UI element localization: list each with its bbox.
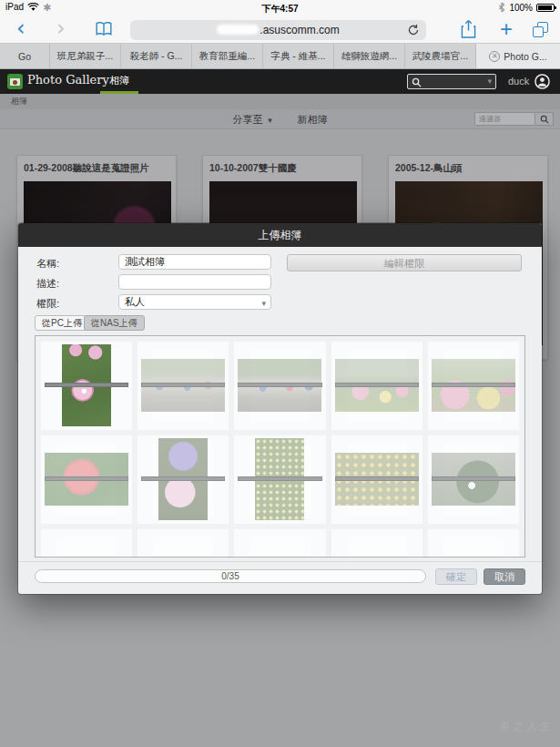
share-icon[interactable] <box>461 19 476 39</box>
battery-percent: 100% <box>509 3 533 13</box>
app-title: Photo Gallery <box>27 73 109 87</box>
tab-1[interactable]: 班尼弟親子... <box>50 44 121 68</box>
reload-icon[interactable] <box>407 24 420 36</box>
nav-tab-albums[interactable]: 相簿 <box>100 69 138 94</box>
url-text: .asuscomm.com <box>260 24 339 36</box>
cancel-button[interactable]: 取消 <box>484 568 525 585</box>
thumb-progress-bar <box>335 383 419 387</box>
permission-select[interactable]: 私人 ▾ <box>118 294 271 310</box>
description-label: 描述: <box>36 277 109 291</box>
flower-garden-photo[interactable] <box>331 342 423 430</box>
status-time: 下午4:57 <box>0 3 560 15</box>
upload-from-nas-button[interactable]: 從NAS上傳 <box>84 315 145 331</box>
forward-button[interactable]: › <box>56 16 66 40</box>
pink-cosmos-photo[interactable] <box>41 342 132 430</box>
new-tab-button[interactable]: + <box>500 16 513 42</box>
tab-5[interactable]: 雄獅旅遊網... <box>334 44 405 68</box>
thumb-progress-bar <box>432 476 515 481</box>
username-label: duck <box>508 76 529 87</box>
app-header: Photo Gallery 相簿 ▾ duck <box>0 69 560 94</box>
search-icon <box>412 77 422 87</box>
close-tab-icon[interactable]: ✕ <box>489 51 500 62</box>
red-building-photo-3[interactable] <box>234 529 325 558</box>
thumb-progress-bar <box>141 383 225 387</box>
tab-3[interactable]: 教育部重編... <box>192 44 263 68</box>
edit-permission-button[interactable]: 編輯權限 <box>287 254 522 271</box>
select-caret-icon: ▾ <box>261 297 266 311</box>
red-building-photo-1[interactable] <box>41 529 132 558</box>
tab-6[interactable]: 武陵農場官... <box>405 44 476 68</box>
bluetooth-icon <box>498 2 505 13</box>
thumb-progress-bar <box>45 476 128 481</box>
tab-0[interactable]: Go <box>0 44 50 68</box>
ios-status-bar: iPad ✱ 下午4:57 100% <box>0 0 560 16</box>
thumb-progress-bar <box>335 476 419 481</box>
tab-2[interactable]: 殺老師 - G... <box>121 44 192 68</box>
thumb-progress-bar <box>238 383 321 387</box>
modal-footer: 0/35 確定 取消 <box>18 561 542 594</box>
modal-title: 上傳相簿 <box>18 223 542 247</box>
yellow-flowers-photo[interactable] <box>331 435 423 524</box>
search-dropdown-caret-icon[interactable]: ▾ <box>487 77 492 86</box>
upload-thumbnail-grid <box>35 335 525 558</box>
album-description-field[interactable] <box>118 274 271 290</box>
header-search-box[interactable]: ▾ <box>407 74 496 89</box>
back-button[interactable]: ‹ <box>16 16 25 40</box>
battery-icon <box>536 4 555 12</box>
red-building-photo-4[interactable] <box>331 529 423 558</box>
garden-bush-photo[interactable] <box>428 435 519 524</box>
user-avatar[interactable] <box>535 74 550 89</box>
tab-photo-gallery-active[interactable]: ✕ Photo G... <box>476 44 560 68</box>
upload-album-modal: 上傳相簿 名稱: 編輯權限 描述: 權限: 私人 ▾ 從PC上傳 從NAS上傳 <box>18 223 542 594</box>
thumb-progress-bar <box>238 476 321 481</box>
permission-label: 權限: <box>36 297 109 311</box>
red-building-photo-2[interactable] <box>137 529 229 558</box>
name-label: 名稱: <box>36 257 109 271</box>
group-photo-1[interactable] <box>137 342 229 430</box>
thumb-progress-bar <box>141 476 225 481</box>
tab-switcher-icon[interactable] <box>533 22 548 37</box>
photo-gallery-logo-icon <box>7 74 23 89</box>
green-mums-photo[interactable] <box>234 435 325 524</box>
red-building-photo-5[interactable] <box>428 529 519 558</box>
upload-progress-bar: 0/35 <box>35 569 426 583</box>
thumb-progress-bar <box>432 383 515 387</box>
group-photo-2[interactable] <box>234 342 325 430</box>
address-bar[interactable]: .asuscomm.com <box>130 20 426 40</box>
blurred-subdomain <box>217 25 259 35</box>
tab-strip: Go 班尼弟親子... 殺老師 - G... 教育部重編... 字典 - 維基.… <box>0 44 560 69</box>
thumb-progress-bar <box>45 383 128 387</box>
tab-4[interactable]: 字典 - 維基... <box>263 44 334 68</box>
ok-button[interactable]: 確定 <box>435 568 477 585</box>
bookmarks-icon[interactable] <box>95 21 113 37</box>
umbrella-garden-photo[interactable] <box>428 342 519 430</box>
hydrangea-photo[interactable] <box>137 435 229 524</box>
upload-from-pc-button[interactable]: 從PC上傳 <box>35 315 89 331</box>
album-name-field[interactable] <box>118 254 271 270</box>
red-powderpuff-photo[interactable] <box>41 435 132 524</box>
safari-toolbar: ‹ › .asuscomm.com + <box>0 16 560 44</box>
